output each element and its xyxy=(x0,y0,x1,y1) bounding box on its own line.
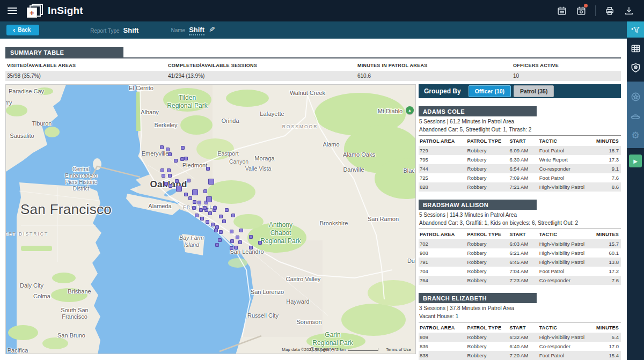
patrol-area-marker[interactable] xyxy=(230,230,233,233)
patrol-area-marker[interactable] xyxy=(236,236,239,239)
summary-table: VISITED/AVAILABLE AREAS COMPLETED/AVAILA… xyxy=(5,60,621,81)
session-cell: 17.2 xyxy=(595,267,621,276)
patrol-area-marker[interactable] xyxy=(164,182,168,186)
patrol-area-marker[interactable] xyxy=(249,235,253,239)
tab-patrol[interactable]: Patrol (35) xyxy=(514,85,554,97)
officer-issues-line: Vacant House: 1 xyxy=(419,311,621,322)
map-terms-link[interactable]: Terms of Use xyxy=(386,347,411,352)
patrol-area-marker[interactable] xyxy=(230,246,233,250)
session-cell: 7:09 AM xyxy=(508,173,538,182)
patrol-hat-button[interactable] xyxy=(627,107,644,124)
patrol-area-marker[interactable] xyxy=(219,215,223,218)
patrol-area-marker[interactable] xyxy=(187,179,191,182)
patrol-area-marker[interactable] xyxy=(213,206,217,210)
patrol-area-marker[interactable] xyxy=(192,206,196,210)
calendar-alert-icon[interactable] xyxy=(576,5,587,16)
session-row[interactable]: 836Robbery6:40 AMCo-responder17.0 xyxy=(419,342,621,351)
patrol-area-marker[interactable] xyxy=(239,229,243,232)
session-row[interactable]: 729Robbery6:09 AMFoot Patrol18.7 xyxy=(419,146,621,155)
patrol-area-marker[interactable] xyxy=(206,220,209,224)
officer-sessions-table: PATROL AREAPATROL TYPESTARTTACTICMINUTES… xyxy=(419,323,621,360)
patrol-area-marker[interactable] xyxy=(175,179,179,183)
officer-section: BRANCH ELIZABETH 3 Sessions | 37.8 Minut… xyxy=(419,293,621,360)
tab-officer[interactable]: Officer (10) xyxy=(469,85,511,97)
patrol-area-marker[interactable] xyxy=(234,246,238,249)
patrol-area-marker[interactable] xyxy=(162,174,165,178)
patrol-area-marker[interactable] xyxy=(225,208,229,212)
badge-button[interactable] xyxy=(627,88,644,105)
gear-icon: ⚙ xyxy=(631,131,639,140)
patrol-map[interactable]: Paradise CayerryTiburonSausalitoEl Cerri… xyxy=(5,84,416,354)
patrol-area-marker[interactable] xyxy=(192,189,198,195)
calendar-icon[interactable] xyxy=(557,5,567,16)
session-cell: 8.6 xyxy=(595,182,621,192)
patrol-area-marker[interactable] xyxy=(199,208,203,212)
patrol-area-marker[interactable] xyxy=(176,186,182,192)
session-cell: 60.1 xyxy=(595,248,621,258)
data-grid-button[interactable] xyxy=(627,40,644,57)
badge-icon xyxy=(631,92,641,102)
patrol-area-marker[interactable] xyxy=(184,157,188,160)
patrol-area-marker[interactable] xyxy=(193,200,196,204)
patrol-area-marker[interactable] xyxy=(184,193,188,196)
patrol-area-marker[interactable] xyxy=(180,157,184,161)
patrol-area-marker[interactable] xyxy=(203,206,207,210)
patrol-area-marker[interactable] xyxy=(206,167,210,171)
column-header: MINUTES xyxy=(595,136,621,146)
session-row[interactable]: 764Robbery7:23 AMCo-responder7.6 xyxy=(419,276,621,285)
patrol-area-marker[interactable] xyxy=(230,239,234,243)
patrol-area-marker[interactable] xyxy=(203,189,207,193)
patrol-area-marker[interactable] xyxy=(166,148,170,151)
expand-panel-button[interactable]: ▶ xyxy=(629,155,642,167)
back-button[interactable]: ‹ Back xyxy=(6,25,39,35)
patrol-area-marker[interactable] xyxy=(195,214,199,217)
patrol-area-marker[interactable] xyxy=(258,241,262,245)
officer-name: ADAMS COLE xyxy=(423,108,465,115)
filter-toggle-button[interactable] xyxy=(627,21,644,38)
session-row[interactable]: 908Robbery6:21 AMHigh-Visibility Patrol6… xyxy=(419,248,621,258)
session-row[interactable]: 704Robbery7:04 AMFoot Patrol17.2 xyxy=(419,267,621,276)
patrol-area-marker[interactable] xyxy=(219,230,223,234)
patrol-area-marker[interactable] xyxy=(249,246,253,249)
gear-button[interactable]: ⚙ xyxy=(627,127,644,144)
printer-icon[interactable] xyxy=(604,5,615,16)
patrol-area-marker[interactable] xyxy=(218,238,222,242)
patrol-area-marker[interactable] xyxy=(208,179,214,185)
session-row[interactable]: 795Robbery6:30 AMWrite Report17.3 xyxy=(419,155,621,164)
patrol-area-marker[interactable] xyxy=(169,184,172,188)
session-row[interactable]: 838Robbery7:20 AMFoot Patrol15.4 xyxy=(419,351,621,360)
patrol-area-marker[interactable] xyxy=(168,174,172,178)
session-row[interactable]: 702Robbery6:03 AMHigh-Visibility Patrol1… xyxy=(419,239,621,248)
session-cell: 6:45 AM xyxy=(508,258,538,267)
officer-panel: Grouped By Officer (10) Patrol (35) ADAM… xyxy=(419,84,621,360)
download-icon[interactable] xyxy=(624,5,634,16)
patrol-area-marker[interactable] xyxy=(188,196,192,200)
patrol-area-marker[interactable] xyxy=(181,146,185,150)
patrol-area-marker[interactable] xyxy=(238,240,242,244)
menu-icon[interactable] xyxy=(8,6,17,16)
patrol-area-marker[interactable] xyxy=(168,152,172,156)
patrol-area-marker[interactable] xyxy=(222,219,226,223)
session-row[interactable]: 791Robbery6:45 AMHigh-Visibility Patrol1… xyxy=(419,258,621,267)
session-row[interactable]: 725Robbery7:09 AMFoot Patrol7.6 xyxy=(419,173,621,182)
session-row[interactable]: 744Robbery6:54 AMCo-responder9.1 xyxy=(419,164,621,173)
patrol-area-marker[interactable] xyxy=(231,214,235,217)
pencil-icon[interactable]: ✎ xyxy=(209,25,215,34)
patrol-area-marker[interactable] xyxy=(174,159,178,163)
patrol-area-marker[interactable] xyxy=(167,168,171,172)
report-name-value[interactable]: Shift xyxy=(189,26,204,35)
session-row[interactable]: 809Robbery6:32 AMHigh-Visibility Patrol5… xyxy=(419,333,621,342)
patrol-area-marker[interactable] xyxy=(197,201,201,204)
session-row[interactable]: 828Robbery7:21 AMHigh-Visibility Patrol8… xyxy=(419,182,621,192)
patrol-area-marker[interactable] xyxy=(160,145,164,149)
shield-location-button[interactable] xyxy=(627,59,644,76)
patrol-area-marker[interactable] xyxy=(208,211,212,215)
patrol-area-marker[interactable] xyxy=(214,229,218,232)
patrol-area-marker[interactable] xyxy=(206,196,212,202)
patrol-area-marker[interactable] xyxy=(211,223,215,226)
patrol-area-marker[interactable] xyxy=(160,168,164,172)
patrol-area-marker[interactable] xyxy=(215,243,219,247)
patrol-area-marker[interactable] xyxy=(200,217,204,221)
session-cell: 5.4 xyxy=(595,333,621,342)
mt-diablo-pin-icon[interactable]: ▲ xyxy=(406,106,414,114)
